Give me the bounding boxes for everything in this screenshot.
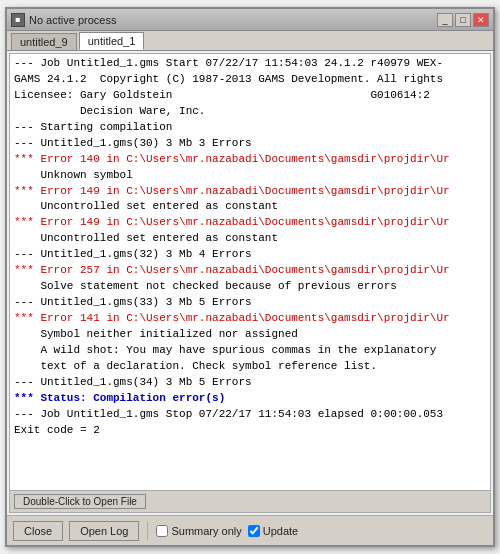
log-line: --- Job Untitled_1.gms Stop 07/22/17 11:… [14, 408, 443, 420]
log-line: *** Error 149 in C:\Users\mr.nazabadi\Do… [14, 216, 450, 228]
log-line: *** Error 149 in C:\Users\mr.nazabadi\Do… [14, 185, 450, 197]
window-title: No active process [29, 14, 437, 26]
log-line: *** Error 140 in C:\Users\mr.nazabadi\Do… [14, 153, 450, 165]
log-line: Unknown symbol [14, 169, 133, 181]
main-window: ◼ No active process _ □ ✕ untitled_9 unt… [5, 7, 495, 547]
log-line: Solve statement not checked because of p… [14, 280, 397, 292]
title-buttons: _ □ ✕ [437, 13, 489, 27]
log-line: Licensee: Gary Goldstein G010614:2 [14, 89, 430, 101]
log-line: Uncontrolled set entered as constant [14, 232, 278, 244]
log-line: --- Untitled_1.gms(30) 3 Mb 3 Errors [14, 137, 252, 149]
log-line: Exit code = 2 [14, 424, 100, 436]
minimize-button[interactable]: _ [437, 13, 453, 27]
tabs-bar: untitled_9 untitled_1 [7, 31, 493, 51]
tab-untitled9[interactable]: untitled_9 [11, 33, 77, 50]
log-line: --- Untitled_1.gms(32) 3 Mb 4 Errors [14, 248, 252, 260]
update-label[interactable]: Update [248, 525, 298, 537]
log-line: *** Error 141 in C:\Users\mr.nazabadi\Do… [14, 312, 450, 324]
log-line: Symbol neither initialized nor assigned [14, 328, 298, 340]
window-icon: ◼ [11, 13, 25, 27]
log-line: Uncontrolled set entered as constant [14, 200, 278, 212]
maximize-button[interactable]: □ [455, 13, 471, 27]
title-bar: ◼ No active process _ □ ✕ [7, 9, 493, 31]
log-line: *** Status: Compilation error(s) [14, 392, 225, 404]
dblclick-open-file-button[interactable]: Double-Click to Open File [14, 494, 146, 509]
log-line: text of a declaration. Check symbol refe… [14, 360, 377, 372]
log-line: A wild shot: You may have spurious comma… [14, 344, 436, 356]
update-checkbox[interactable] [248, 525, 260, 537]
log-line: *** Error 257 in C:\Users\mr.nazabadi\Do… [14, 264, 450, 276]
log-line: Decision Ware, Inc. [14, 105, 205, 117]
close-button[interactable]: Close [13, 521, 63, 541]
log-line: --- Untitled_1.gms(34) 3 Mb 5 Errors [14, 376, 252, 388]
tab-untitled1[interactable]: untitled_1 [79, 32, 145, 50]
summary-only-label[interactable]: Summary only [156, 525, 241, 537]
summary-only-checkbox[interactable] [156, 525, 168, 537]
bottom-bar: Close Open Log Summary only Update [7, 515, 493, 545]
log-line: --- Job Untitled_1.gms Start 07/22/17 11… [14, 57, 443, 69]
statusbar-bottom: Double-Click to Open File [10, 490, 490, 512]
separator [147, 522, 148, 540]
close-window-button[interactable]: ✕ [473, 13, 489, 27]
open-log-button[interactable]: Open Log [69, 521, 139, 541]
log-output[interactable]: --- Job Untitled_1.gms Start 07/22/17 11… [10, 54, 490, 490]
log-line: --- Starting compilation [14, 121, 172, 133]
log-line: GAMS 24.1.2 Copyright (C) 1987-2013 GAMS… [14, 73, 443, 85]
log-line: --- Untitled_1.gms(33) 3 Mb 5 Errors [14, 296, 252, 308]
content-area: --- Job Untitled_1.gms Start 07/22/17 11… [9, 53, 491, 513]
content-inner: --- Job Untitled_1.gms Start 07/22/17 11… [10, 54, 490, 490]
